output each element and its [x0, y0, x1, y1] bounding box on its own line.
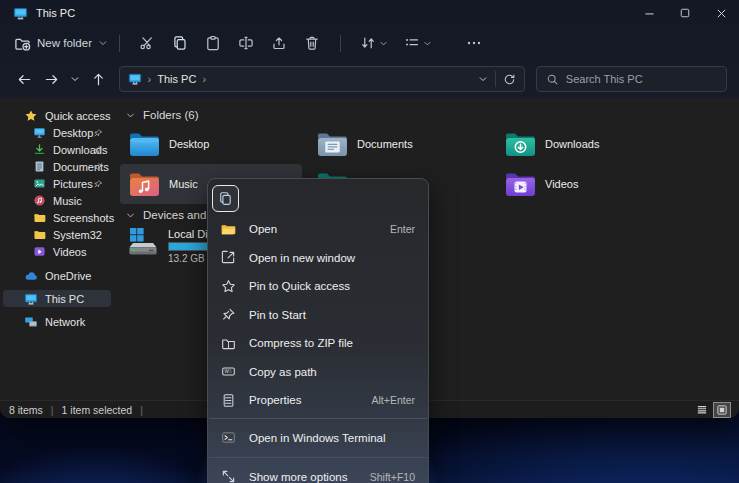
sidebar-item-music[interactable]: Music	[3, 192, 111, 209]
navigation-pane: Quick access Desktop Downloads Documents	[0, 98, 114, 400]
address-dropdown-icon[interactable]	[478, 74, 488, 84]
sidebar-item-system32[interactable]: System32	[3, 226, 111, 243]
svg-text:W:\: W:\	[224, 370, 232, 375]
cut-button[interactable]	[131, 30, 164, 56]
forward-button[interactable]	[39, 67, 64, 92]
context-menu-separator	[209, 418, 427, 419]
context-menu-item-compress-zip[interactable]: Compress to ZIP file	[208, 329, 428, 358]
sidebar-item-documents[interactable]: Documents	[3, 158, 111, 175]
view-options-button[interactable]	[396, 35, 440, 51]
sidebar-item-label: Videos	[53, 246, 86, 258]
context-menu-item-pin-to-start[interactable]: Pin to Start	[208, 301, 428, 330]
pin-icon	[93, 128, 103, 138]
view-switcher	[694, 403, 730, 417]
context-menu-item-properties[interactable]: Properties Alt+Enter	[208, 386, 428, 415]
tile-label: Documents	[357, 138, 413, 150]
navigation-bar: › This PC ›	[0, 60, 739, 98]
document-icon	[33, 160, 46, 173]
context-menu-item-open-new-window[interactable]: Open in new window	[208, 244, 428, 273]
back-button[interactable]	[12, 67, 37, 92]
folder-tile-documents[interactable]: Documents	[308, 124, 490, 164]
up-button[interactable]	[86, 67, 111, 92]
pin-icon	[220, 307, 236, 322]
search-input[interactable]	[566, 73, 706, 85]
sidebar-item-label: Quick access	[45, 110, 110, 122]
sidebar-item-onedrive[interactable]: OneDrive	[3, 267, 111, 284]
context-menu-label: Show more options	[249, 471, 370, 483]
address-bar[interactable]: › This PC ›	[119, 66, 525, 92]
folder-tile-downloads[interactable]: Downloads	[496, 124, 678, 164]
context-menu-label: Compress to ZIP file	[249, 337, 415, 349]
rename-button[interactable]	[230, 30, 263, 56]
folder-tile-desktop[interactable]: Desktop	[120, 124, 302, 164]
large-icons-view-button[interactable]	[714, 403, 730, 417]
desktop-screen: This PC New folder	[0, 0, 739, 483]
section-label: Folders (6)	[143, 109, 199, 121]
star-icon	[24, 109, 38, 123]
terminal-icon	[220, 430, 236, 445]
folder-open-icon	[220, 221, 236, 237]
command-toolbar: New folder	[0, 26, 739, 60]
title-bar: This PC	[0, 0, 739, 26]
download-arrow-icon	[33, 143, 46, 156]
chevron-down-icon	[379, 39, 388, 48]
zip-folder-icon	[220, 336, 236, 351]
context-menu-label: Open in new window	[249, 252, 415, 264]
desktop-icon	[33, 126, 46, 139]
context-menu-item-open-windows-terminal[interactable]: Open in Windows Terminal	[208, 422, 428, 454]
sidebar-item-videos[interactable]: Videos	[3, 243, 111, 260]
video-icon	[33, 245, 46, 258]
sidebar-item-pictures[interactable]: Pictures	[3, 175, 111, 192]
sidebar-item-label: Desktop	[53, 127, 93, 139]
sidebar-item-screenshots[interactable]: Screenshots	[3, 209, 111, 226]
context-menu-item-show-more-options[interactable]: Show more options Shift+F10	[208, 461, 428, 483]
context-menu-item-copy-as-path[interactable]: W:\ Copy as path	[208, 358, 428, 387]
share-button[interactable]	[263, 30, 296, 56]
search-box[interactable]	[536, 66, 727, 92]
section-header-folders[interactable]: Folders (6)	[120, 106, 739, 124]
sidebar-item-desktop[interactable]: Desktop	[3, 124, 111, 141]
context-menu-quick-actions	[208, 183, 428, 213]
sidebar-item-label: Music	[53, 195, 82, 207]
sort-button[interactable]	[352, 35, 396, 51]
address-divider	[495, 71, 496, 87]
details-view-button[interactable]	[694, 403, 710, 417]
sidebar-item-downloads[interactable]: Downloads	[3, 141, 111, 158]
breadcrumb-this-pc[interactable]: This PC	[157, 73, 196, 85]
pin-icon	[93, 179, 103, 189]
star-icon	[220, 279, 236, 294]
toolbar-separator	[340, 35, 341, 52]
minimize-button[interactable]	[631, 0, 667, 26]
context-menu-item-open[interactable]: Open Enter	[208, 215, 428, 244]
items-count: 8 items	[9, 404, 43, 416]
delete-button[interactable]	[296, 30, 329, 56]
folder-desktop-icon	[128, 131, 161, 158]
sidebar-item-network[interactable]: Network	[3, 313, 111, 330]
close-button[interactable]	[703, 0, 739, 26]
copy-quick-button[interactable]	[212, 185, 239, 212]
context-menu: Open Enter Open in new window Pin to Qui…	[207, 178, 429, 483]
folder-videos-icon	[504, 171, 537, 198]
sidebar-item-quick-access[interactable]: Quick access	[3, 107, 111, 124]
crumb-separator: ›	[148, 73, 152, 85]
maximize-button[interactable]	[667, 0, 703, 26]
more-options-button[interactable]	[458, 30, 491, 56]
toolbar-separator	[119, 35, 120, 52]
sidebar-item-label: System32	[53, 229, 102, 241]
copy-button[interactable]	[164, 30, 197, 56]
paste-button[interactable]	[197, 30, 230, 56]
refresh-icon[interactable]	[503, 73, 516, 86]
sidebar-item-this-pc[interactable]: This PC	[3, 290, 111, 307]
recent-locations-button[interactable]	[66, 67, 84, 92]
new-folder-button[interactable]: New folder	[14, 35, 108, 52]
new-folder-icon	[14, 35, 31, 52]
context-menu-item-pin-to-quick-access[interactable]: Pin to Quick access	[208, 272, 428, 301]
sidebar-item-label: OneDrive	[45, 270, 91, 282]
tile-label: Desktop	[169, 138, 209, 150]
chevron-down-icon	[126, 211, 135, 220]
status-divider: |	[51, 404, 54, 416]
context-menu-label: Properties	[249, 394, 372, 406]
sidebar-item-label: Network	[45, 316, 85, 328]
context-menu-label: Copy as path	[249, 366, 415, 378]
folder-tile-videos[interactable]: Videos	[496, 164, 678, 204]
